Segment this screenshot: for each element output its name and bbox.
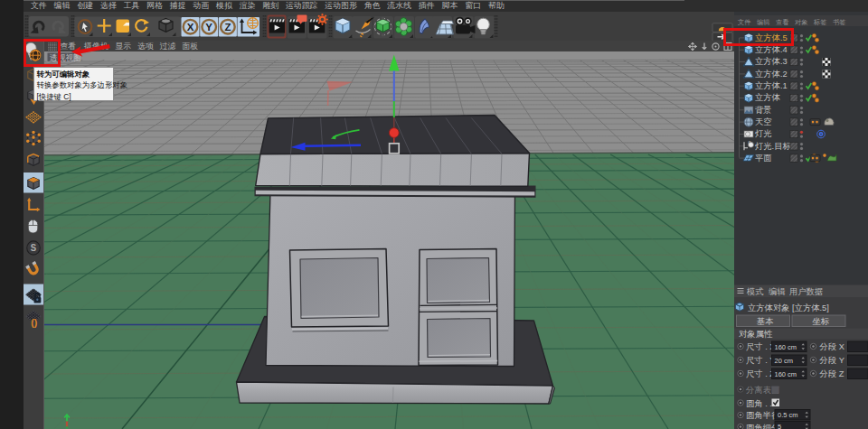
svg-text:5: 5 <box>778 423 781 429</box>
svg-text:标签: 标签 <box>813 18 827 26</box>
svg-text:立方体对象 [立方体.5]: 立方体对象 [立方体.5] <box>748 303 829 312</box>
svg-text:尺寸 . Z: 尺寸 . Z <box>746 369 775 378</box>
svg-text:20 cm: 20 cm <box>775 357 793 365</box>
svg-text:Y: Y <box>205 22 212 33</box>
svg-text:160 cm: 160 cm <box>775 343 797 351</box>
svg-text:立方体.3: 立方体.3 <box>755 57 788 66</box>
svg-text:尺寸 . X: 尺寸 . X <box>746 342 776 351</box>
svg-text:背景: 背景 <box>755 106 772 115</box>
svg-text:编辑: 编辑 <box>757 18 770 26</box>
svg-text:用户数据: 用户数据 <box>789 287 823 296</box>
svg-text:基本: 基本 <box>757 317 774 326</box>
svg-text:分段 Z: 分段 Z <box>819 369 844 378</box>
svg-text:文件: 文件 <box>738 18 751 26</box>
svg-text:平面: 平面 <box>755 154 772 163</box>
svg-text:160 cm: 160 cm <box>775 370 797 378</box>
svg-text:尺寸 . Y: 尺寸 . Y <box>746 356 776 365</box>
svg-text:立方体.2: 立方体.2 <box>755 70 788 79</box>
svg-text:分段 Y: 分段 Y <box>819 356 844 365</box>
svg-text:X: X <box>187 22 194 33</box>
svg-text:Z: Z <box>224 22 231 33</box>
svg-text:灯光: 灯光 <box>755 129 772 138</box>
svg-text:天空: 天空 <box>755 117 772 126</box>
svg-text:立方体.4: 立方体.4 <box>755 45 788 54</box>
svg-text:(): () <box>31 317 37 328</box>
svg-text:对象属性: 对象属性 <box>739 330 773 339</box>
svg-text:分段 X: 分段 X <box>819 342 844 351</box>
svg-text:编辑: 编辑 <box>769 287 786 296</box>
svg-text:查看: 查看 <box>776 18 789 26</box>
svg-text:0.5 cm: 0.5 cm <box>778 411 798 419</box>
svg-text:模式: 模式 <box>746 287 764 296</box>
svg-text:立方体: 立方体 <box>755 93 781 102</box>
svg-text:书签: 书签 <box>833 18 846 26</box>
svg-text:立方体.1: 立方体.1 <box>755 81 788 90</box>
svg-text:o: o <box>749 139 751 145</box>
svg-text:S: S <box>31 243 37 253</box>
svg-text:对象: 对象 <box>795 18 808 26</box>
svg-text:坐标: 坐标 <box>813 317 830 326</box>
